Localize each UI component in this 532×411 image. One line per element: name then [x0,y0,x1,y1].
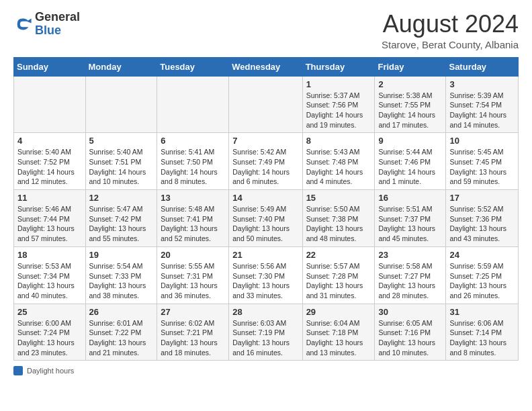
day-info: Sunrise: 5:50 AMSunset: 7:38 PMDaylight:… [306,204,371,244]
calendar-cell: 6Sunrise: 5:41 AMSunset: 7:50 PMDaylight… [157,133,229,190]
day-info: Sunrise: 5:40 AMSunset: 7:52 PMDaylight:… [17,147,82,187]
daylight-label: Daylight hours [27,367,74,375]
day-number: 11 [17,193,82,203]
calendar-cell: 26Sunrise: 6:01 AMSunset: 7:22 PMDayligh… [85,304,157,361]
calendar-cell: 5Sunrise: 5:40 AMSunset: 7:51 PMDaylight… [85,133,157,190]
day-info: Sunrise: 6:00 AMSunset: 7:24 PMDaylight:… [17,318,82,358]
calendar-week-row: 11Sunrise: 5:46 AMSunset: 7:44 PMDayligh… [14,190,519,247]
calendar-week-row: 4Sunrise: 5:40 AMSunset: 7:52 PMDaylight… [14,133,519,190]
day-info: Sunrise: 5:57 AMSunset: 7:28 PMDaylight:… [306,261,371,301]
calendar-cell: 22Sunrise: 5:57 AMSunset: 7:28 PMDayligh… [302,246,375,304]
day-info: Sunrise: 5:43 AMSunset: 7:48 PMDaylight:… [306,147,371,187]
calendar-week-row: 25Sunrise: 6:00 AMSunset: 7:24 PMDayligh… [14,304,519,361]
day-number: 17 [449,193,515,203]
calendar-cell: 11Sunrise: 5:46 AMSunset: 7:44 PMDayligh… [14,190,86,247]
day-number: 26 [89,307,154,317]
daylight-dot [13,366,23,375]
day-info: Sunrise: 5:56 AMSunset: 7:30 PMDaylight:… [232,261,298,301]
day-number: 1 [306,79,371,89]
day-number: 7 [232,136,298,146]
day-info: Sunrise: 5:58 AMSunset: 7:27 PMDaylight:… [378,261,442,301]
day-number: 23 [378,250,442,260]
location-subtitle: Starove, Berat County, Albania [382,39,519,50]
calendar-day-header: Thursday [302,57,375,76]
day-info: Sunrise: 5:38 AMSunset: 7:55 PMDaylight:… [378,91,442,130]
day-number: 13 [161,193,225,203]
day-number: 29 [306,307,371,317]
logo: GeneralBlue [13,11,80,38]
calendar-cell: 12Sunrise: 5:47 AMSunset: 7:42 PMDayligh… [85,190,157,247]
calendar-cell [229,76,302,133]
day-info: Sunrise: 5:51 AMSunset: 7:37 PMDaylight:… [378,204,442,244]
day-info: Sunrise: 5:59 AMSunset: 7:25 PMDaylight:… [449,261,515,301]
calendar-day-header: Sunday [14,57,86,76]
day-number: 30 [378,307,442,317]
calendar-cell: 3Sunrise: 5:39 AMSunset: 7:54 PMDaylight… [446,76,519,133]
month-year-title: August 2024 [382,11,519,38]
day-number: 6 [161,136,225,146]
calendar-cell: 28Sunrise: 6:03 AMSunset: 7:19 PMDayligh… [229,304,302,361]
day-number: 14 [232,193,298,203]
day-number: 12 [89,193,154,203]
day-number: 16 [378,193,442,203]
calendar-cell: 20Sunrise: 5:55 AMSunset: 7:31 PMDayligh… [157,246,229,304]
logo-icon [13,15,32,34]
day-info: Sunrise: 5:54 AMSunset: 7:33 PMDaylight:… [89,261,154,301]
day-number: 22 [306,250,371,260]
calendar-cell: 2Sunrise: 5:38 AMSunset: 7:55 PMDaylight… [375,76,446,133]
day-number: 5 [89,136,154,146]
day-number: 8 [306,136,371,146]
page-header: GeneralBlue August 2024 Starove, Berat C… [13,11,519,50]
calendar-cell [85,76,157,133]
day-info: Sunrise: 6:03 AMSunset: 7:19 PMDaylight:… [232,318,298,358]
calendar-cell: 24Sunrise: 5:59 AMSunset: 7:25 PMDayligh… [446,246,519,304]
calendar-cell: 19Sunrise: 5:54 AMSunset: 7:33 PMDayligh… [85,246,157,304]
calendar-week-row: 18Sunrise: 5:53 AMSunset: 7:34 PMDayligh… [14,246,519,304]
title-block: August 2024 Starove, Berat County, Alban… [382,11,519,50]
calendar-cell: 27Sunrise: 6:02 AMSunset: 7:21 PMDayligh… [157,304,229,361]
day-info: Sunrise: 6:05 AMSunset: 7:16 PMDaylight:… [378,318,442,358]
calendar-cell: 25Sunrise: 6:00 AMSunset: 7:24 PMDayligh… [14,304,86,361]
day-info: Sunrise: 5:47 AMSunset: 7:42 PMDaylight:… [89,204,154,244]
calendar-cell [14,76,86,133]
day-number: 18 [17,250,82,260]
day-info: Sunrise: 6:02 AMSunset: 7:21 PMDaylight:… [161,318,225,358]
day-info: Sunrise: 6:06 AMSunset: 7:14 PMDaylight:… [449,318,515,358]
day-info: Sunrise: 5:53 AMSunset: 7:34 PMDaylight:… [17,261,82,301]
day-number: 10 [449,136,515,146]
day-info: Sunrise: 5:55 AMSunset: 7:31 PMDaylight:… [161,261,225,301]
day-number: 28 [232,307,298,317]
calendar-day-header: Friday [375,57,446,76]
day-info: Sunrise: 5:48 AMSunset: 7:41 PMDaylight:… [161,204,225,244]
day-info: Sunrise: 6:01 AMSunset: 7:22 PMDaylight:… [89,318,154,358]
calendar-cell: 18Sunrise: 5:53 AMSunset: 7:34 PMDayligh… [14,246,86,304]
day-info: Sunrise: 5:46 AMSunset: 7:44 PMDaylight:… [17,204,82,244]
calendar-week-row: 1Sunrise: 5:37 AMSunset: 7:56 PMDaylight… [14,76,519,133]
day-number: 24 [449,250,515,260]
day-number: 20 [161,250,225,260]
calendar-cell: 31Sunrise: 6:06 AMSunset: 7:14 PMDayligh… [446,304,519,361]
day-info: Sunrise: 5:39 AMSunset: 7:54 PMDaylight:… [449,91,515,130]
calendar-cell: 8Sunrise: 5:43 AMSunset: 7:48 PMDaylight… [302,133,375,190]
logo-text: GeneralBlue [35,11,80,38]
calendar-cell [157,76,229,133]
calendar-header-row: SundayMondayTuesdayWednesdayThursdayFrid… [14,57,519,76]
day-number: 15 [306,193,371,203]
calendar-cell: 7Sunrise: 5:42 AMSunset: 7:49 PMDaylight… [229,133,302,190]
day-info: Sunrise: 5:52 AMSunset: 7:36 PMDaylight:… [449,204,515,244]
calendar-cell: 23Sunrise: 5:58 AMSunset: 7:27 PMDayligh… [375,246,446,304]
day-info: Sunrise: 5:45 AMSunset: 7:45 PMDaylight:… [449,147,515,187]
day-number: 2 [378,79,442,89]
calendar-cell: 15Sunrise: 5:50 AMSunset: 7:38 PMDayligh… [302,190,375,247]
calendar-cell: 17Sunrise: 5:52 AMSunset: 7:36 PMDayligh… [446,190,519,247]
calendar-table: SundayMondayTuesdayWednesdayThursdayFrid… [13,57,519,361]
day-number: 27 [161,307,225,317]
calendar-cell: 30Sunrise: 6:05 AMSunset: 7:16 PMDayligh… [375,304,446,361]
calendar-cell: 9Sunrise: 5:44 AMSunset: 7:46 PMDaylight… [375,133,446,190]
day-info: Sunrise: 5:44 AMSunset: 7:46 PMDaylight:… [378,147,442,187]
calendar-cell: 13Sunrise: 5:48 AMSunset: 7:41 PMDayligh… [157,190,229,247]
day-number: 19 [89,250,154,260]
day-info: Sunrise: 5:37 AMSunset: 7:56 PMDaylight:… [306,91,371,130]
calendar-cell: 16Sunrise: 5:51 AMSunset: 7:37 PMDayligh… [375,190,446,247]
day-number: 31 [449,307,515,317]
